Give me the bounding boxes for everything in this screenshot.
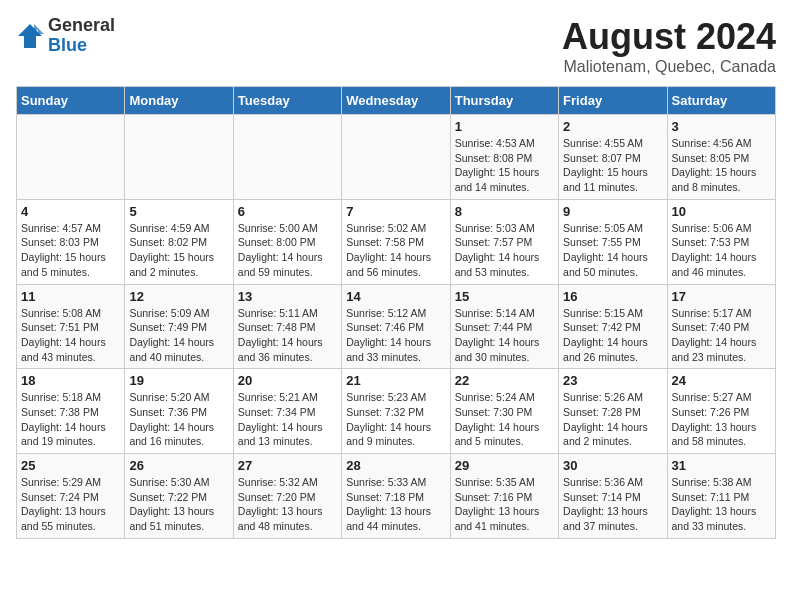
day-info: Sunrise: 5:06 AM Sunset: 7:53 PM Dayligh… [672, 221, 771, 280]
day-info: Sunrise: 5:00 AM Sunset: 8:00 PM Dayligh… [238, 221, 337, 280]
header: General Blue August 2024 Maliotenam, Que… [16, 16, 776, 76]
day-number: 4 [21, 204, 120, 219]
logo-blue-text: Blue [48, 35, 87, 55]
day-number: 28 [346, 458, 445, 473]
day-info: Sunrise: 5:33 AM Sunset: 7:18 PM Dayligh… [346, 475, 445, 534]
day-number: 23 [563, 373, 662, 388]
column-header-thursday: Thursday [450, 87, 558, 115]
day-number: 3 [672, 119, 771, 134]
day-cell: 3Sunrise: 4:56 AM Sunset: 8:05 PM Daylig… [667, 115, 775, 200]
week-row-1: 1Sunrise: 4:53 AM Sunset: 8:08 PM Daylig… [17, 115, 776, 200]
day-number: 9 [563, 204, 662, 219]
day-cell: 1Sunrise: 4:53 AM Sunset: 8:08 PM Daylig… [450, 115, 558, 200]
day-info: Sunrise: 4:59 AM Sunset: 8:02 PM Dayligh… [129, 221, 228, 280]
week-row-3: 11Sunrise: 5:08 AM Sunset: 7:51 PM Dayli… [17, 284, 776, 369]
day-number: 21 [346, 373, 445, 388]
day-info: Sunrise: 5:08 AM Sunset: 7:51 PM Dayligh… [21, 306, 120, 365]
column-header-saturday: Saturday [667, 87, 775, 115]
column-header-monday: Monday [125, 87, 233, 115]
title-area: August 2024 Maliotenam, Quebec, Canada [562, 16, 776, 76]
day-cell [125, 115, 233, 200]
day-info: Sunrise: 5:38 AM Sunset: 7:11 PM Dayligh… [672, 475, 771, 534]
svg-marker-0 [18, 24, 42, 48]
day-cell: 11Sunrise: 5:08 AM Sunset: 7:51 PM Dayli… [17, 284, 125, 369]
week-row-2: 4Sunrise: 4:57 AM Sunset: 8:03 PM Daylig… [17, 199, 776, 284]
day-number: 22 [455, 373, 554, 388]
calendar-title: August 2024 [562, 16, 776, 58]
day-cell: 27Sunrise: 5:32 AM Sunset: 7:20 PM Dayli… [233, 454, 341, 539]
header-row: SundayMondayTuesdayWednesdayThursdayFrid… [17, 87, 776, 115]
day-cell [342, 115, 450, 200]
day-cell: 24Sunrise: 5:27 AM Sunset: 7:26 PM Dayli… [667, 369, 775, 454]
day-number: 29 [455, 458, 554, 473]
day-info: Sunrise: 4:56 AM Sunset: 8:05 PM Dayligh… [672, 136, 771, 195]
day-number: 25 [21, 458, 120, 473]
day-cell: 22Sunrise: 5:24 AM Sunset: 7:30 PM Dayli… [450, 369, 558, 454]
day-number: 11 [21, 289, 120, 304]
day-cell: 19Sunrise: 5:20 AM Sunset: 7:36 PM Dayli… [125, 369, 233, 454]
day-number: 13 [238, 289, 337, 304]
day-cell: 2Sunrise: 4:55 AM Sunset: 8:07 PM Daylig… [559, 115, 667, 200]
day-number: 30 [563, 458, 662, 473]
day-cell: 10Sunrise: 5:06 AM Sunset: 7:53 PM Dayli… [667, 199, 775, 284]
week-row-5: 25Sunrise: 5:29 AM Sunset: 7:24 PM Dayli… [17, 454, 776, 539]
day-number: 17 [672, 289, 771, 304]
day-info: Sunrise: 4:57 AM Sunset: 8:03 PM Dayligh… [21, 221, 120, 280]
day-cell: 26Sunrise: 5:30 AM Sunset: 7:22 PM Dayli… [125, 454, 233, 539]
day-number: 31 [672, 458, 771, 473]
day-cell: 31Sunrise: 5:38 AM Sunset: 7:11 PM Dayli… [667, 454, 775, 539]
day-cell: 15Sunrise: 5:14 AM Sunset: 7:44 PM Dayli… [450, 284, 558, 369]
day-info: Sunrise: 5:24 AM Sunset: 7:30 PM Dayligh… [455, 390, 554, 449]
day-number: 18 [21, 373, 120, 388]
day-number: 7 [346, 204, 445, 219]
day-info: Sunrise: 5:03 AM Sunset: 7:57 PM Dayligh… [455, 221, 554, 280]
day-info: Sunrise: 5:23 AM Sunset: 7:32 PM Dayligh… [346, 390, 445, 449]
calendar-subtitle: Maliotenam, Quebec, Canada [562, 58, 776, 76]
day-info: Sunrise: 5:32 AM Sunset: 7:20 PM Dayligh… [238, 475, 337, 534]
day-cell: 6Sunrise: 5:00 AM Sunset: 8:00 PM Daylig… [233, 199, 341, 284]
day-info: Sunrise: 5:21 AM Sunset: 7:34 PM Dayligh… [238, 390, 337, 449]
day-cell: 14Sunrise: 5:12 AM Sunset: 7:46 PM Dayli… [342, 284, 450, 369]
week-row-4: 18Sunrise: 5:18 AM Sunset: 7:38 PM Dayli… [17, 369, 776, 454]
day-cell: 21Sunrise: 5:23 AM Sunset: 7:32 PM Dayli… [342, 369, 450, 454]
day-cell: 7Sunrise: 5:02 AM Sunset: 7:58 PM Daylig… [342, 199, 450, 284]
day-cell: 25Sunrise: 5:29 AM Sunset: 7:24 PM Dayli… [17, 454, 125, 539]
calendar-table: SundayMondayTuesdayWednesdayThursdayFrid… [16, 86, 776, 539]
day-cell: 8Sunrise: 5:03 AM Sunset: 7:57 PM Daylig… [450, 199, 558, 284]
day-number: 12 [129, 289, 228, 304]
day-cell: 20Sunrise: 5:21 AM Sunset: 7:34 PM Dayli… [233, 369, 341, 454]
day-number: 1 [455, 119, 554, 134]
day-number: 24 [672, 373, 771, 388]
column-header-tuesday: Tuesday [233, 87, 341, 115]
day-number: 20 [238, 373, 337, 388]
day-number: 8 [455, 204, 554, 219]
column-header-sunday: Sunday [17, 87, 125, 115]
day-info: Sunrise: 5:18 AM Sunset: 7:38 PM Dayligh… [21, 390, 120, 449]
day-cell: 18Sunrise: 5:18 AM Sunset: 7:38 PM Dayli… [17, 369, 125, 454]
day-cell: 13Sunrise: 5:11 AM Sunset: 7:48 PM Dayli… [233, 284, 341, 369]
day-cell [233, 115, 341, 200]
day-info: Sunrise: 5:17 AM Sunset: 7:40 PM Dayligh… [672, 306, 771, 365]
day-cell: 23Sunrise: 5:26 AM Sunset: 7:28 PM Dayli… [559, 369, 667, 454]
day-info: Sunrise: 5:12 AM Sunset: 7:46 PM Dayligh… [346, 306, 445, 365]
day-number: 2 [563, 119, 662, 134]
day-cell: 16Sunrise: 5:15 AM Sunset: 7:42 PM Dayli… [559, 284, 667, 369]
day-info: Sunrise: 5:09 AM Sunset: 7:49 PM Dayligh… [129, 306, 228, 365]
logo-general-text: General [48, 15, 115, 35]
logo-icon [16, 22, 44, 50]
day-info: Sunrise: 5:29 AM Sunset: 7:24 PM Dayligh… [21, 475, 120, 534]
day-number: 15 [455, 289, 554, 304]
day-cell: 28Sunrise: 5:33 AM Sunset: 7:18 PM Dayli… [342, 454, 450, 539]
day-number: 5 [129, 204, 228, 219]
day-info: Sunrise: 5:02 AM Sunset: 7:58 PM Dayligh… [346, 221, 445, 280]
day-number: 6 [238, 204, 337, 219]
day-info: Sunrise: 5:11 AM Sunset: 7:48 PM Dayligh… [238, 306, 337, 365]
logo: General Blue [16, 16, 115, 56]
day-cell: 5Sunrise: 4:59 AM Sunset: 8:02 PM Daylig… [125, 199, 233, 284]
day-info: Sunrise: 5:35 AM Sunset: 7:16 PM Dayligh… [455, 475, 554, 534]
column-header-wednesday: Wednesday [342, 87, 450, 115]
day-info: Sunrise: 5:15 AM Sunset: 7:42 PM Dayligh… [563, 306, 662, 365]
day-cell [17, 115, 125, 200]
day-number: 16 [563, 289, 662, 304]
day-info: Sunrise: 5:20 AM Sunset: 7:36 PM Dayligh… [129, 390, 228, 449]
